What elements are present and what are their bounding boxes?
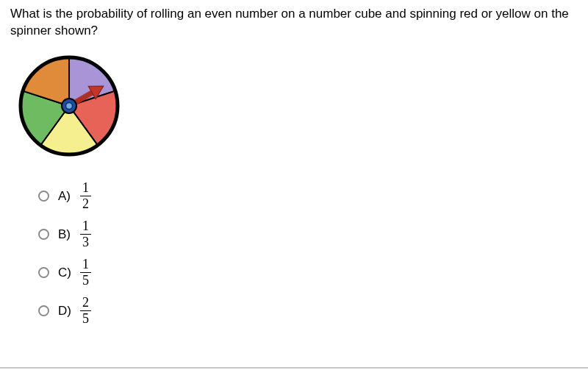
fraction-numerator: 1 bbox=[80, 257, 91, 272]
choice-b[interactable]: B) 1 3 bbox=[38, 216, 578, 254]
fraction-numerator: 1 bbox=[80, 181, 91, 196]
fraction-numerator: 2 bbox=[80, 296, 91, 310]
fraction-denominator: 2 bbox=[80, 196, 91, 211]
choice-label: C) bbox=[58, 266, 79, 280]
svg-point-6 bbox=[66, 102, 73, 109]
choice-d[interactable]: D) 2 5 bbox=[38, 292, 578, 330]
choice-fraction: 1 2 bbox=[80, 181, 91, 211]
fraction-denominator: 5 bbox=[80, 272, 91, 288]
choice-a[interactable]: A) 1 2 bbox=[38, 177, 578, 216]
spinner-figure bbox=[15, 51, 578, 164]
fraction-numerator: 1 bbox=[80, 219, 91, 234]
radio-icon[interactable] bbox=[38, 229, 49, 240]
choice-label: D) bbox=[58, 304, 79, 319]
fraction-denominator: 3 bbox=[80, 234, 91, 249]
radio-icon[interactable] bbox=[38, 267, 49, 278]
choice-c[interactable]: C) 1 5 bbox=[38, 254, 578, 292]
choice-label: A) bbox=[58, 189, 79, 204]
fraction-denominator: 5 bbox=[80, 310, 91, 326]
divider-line bbox=[0, 367, 588, 369]
radio-icon[interactable] bbox=[38, 305, 49, 316]
choice-fraction: 1 3 bbox=[80, 219, 91, 249]
answer-choices: A) 1 2 B) 1 3 C) 1 5 D) 2 5 bbox=[38, 177, 578, 330]
choice-fraction: 1 5 bbox=[80, 257, 91, 288]
choice-fraction: 2 5 bbox=[80, 296, 91, 326]
choice-label: B) bbox=[58, 227, 79, 242]
question-text: What is the probability of rolling an ev… bbox=[10, 6, 578, 40]
spinner-svg bbox=[15, 51, 123, 160]
radio-icon[interactable] bbox=[38, 191, 49, 202]
